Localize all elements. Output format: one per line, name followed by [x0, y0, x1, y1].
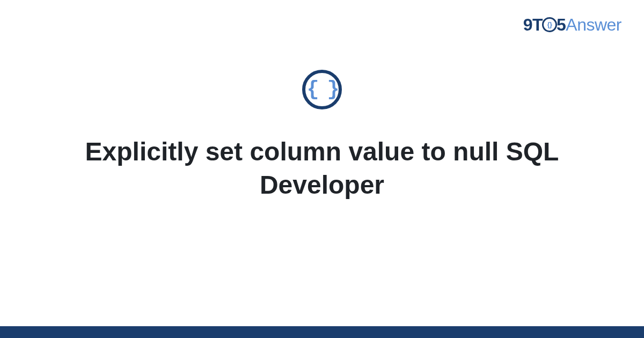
logo-text-5: 5	[557, 15, 566, 34]
footer-bar	[0, 326, 644, 338]
logo-text-9t: 9T	[523, 15, 543, 34]
logo-circle-inner: {}	[547, 21, 552, 28]
site-logo: 9T{}5Answer	[523, 15, 621, 35]
page-title: Explicitly set column value to null SQL …	[54, 135, 590, 202]
braces-symbol: { }	[307, 79, 337, 100]
logo-text-answer: Answer	[566, 15, 621, 34]
main-content: { } Explicitly set column value to null …	[0, 70, 644, 202]
code-braces-icon: { }	[302, 70, 342, 109]
logo-circle-icon: {}	[542, 17, 557, 32]
